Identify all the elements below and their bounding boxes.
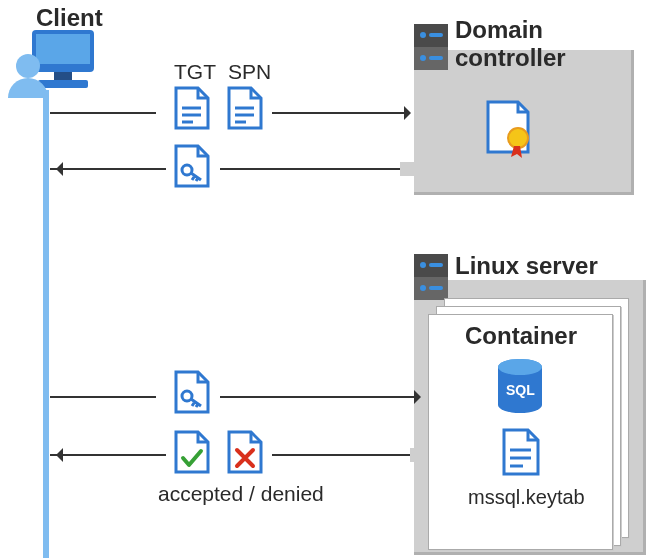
arrow-linux-to-client-right xyxy=(272,454,420,456)
arrow-client-to-linux-left xyxy=(50,396,166,398)
tgt-label: TGT xyxy=(174,60,216,84)
svg-point-4 xyxy=(420,55,426,61)
client-label: Client xyxy=(36,4,103,32)
linux-server-label: Linux server xyxy=(455,252,598,280)
svg-rect-10 xyxy=(429,263,443,267)
arrow-dc-to-client-right xyxy=(220,168,410,170)
svg-rect-20 xyxy=(54,72,72,80)
domain-controller-label-l2: controller xyxy=(455,44,566,72)
domain-controller-label-l1: Domain xyxy=(455,16,543,44)
svg-rect-12 xyxy=(429,286,443,290)
svg-point-11 xyxy=(420,285,426,291)
key-doc-icon xyxy=(173,144,213,190)
svg-point-22 xyxy=(16,54,40,78)
denied-doc-icon xyxy=(226,430,266,476)
client-lifeline xyxy=(43,90,49,558)
certificate-icon xyxy=(484,100,534,160)
sql-text: SQL xyxy=(506,382,535,398)
accepted-doc-icon xyxy=(173,430,213,476)
svg-point-2 xyxy=(420,32,426,38)
accepted-denied-label: accepted / denied xyxy=(158,482,324,506)
arrow-client-to-dc-left xyxy=(50,112,166,114)
svg-point-9 xyxy=(420,262,426,268)
arrow-linux-to-client-left xyxy=(50,454,166,456)
arrow-client-to-dc-right xyxy=(272,112,410,114)
arrow-client-to-linux-right xyxy=(220,396,420,398)
server-rack-icon xyxy=(414,254,448,300)
server-rack-icon xyxy=(414,24,448,70)
tgt-doc-icon xyxy=(173,86,213,132)
keytab-doc-icon xyxy=(501,428,543,478)
svg-rect-5 xyxy=(429,56,443,60)
svg-point-6 xyxy=(508,128,528,148)
arrow-dc-to-client-left xyxy=(50,168,166,170)
svg-rect-3 xyxy=(429,33,443,37)
container-label: Container xyxy=(465,322,577,350)
keytab-label: mssql.keytab xyxy=(468,486,585,509)
spn-label: SPN xyxy=(228,60,271,84)
svg-point-14 xyxy=(498,359,542,375)
spn-doc-icon xyxy=(226,86,266,132)
key-doc-icon xyxy=(173,370,213,416)
